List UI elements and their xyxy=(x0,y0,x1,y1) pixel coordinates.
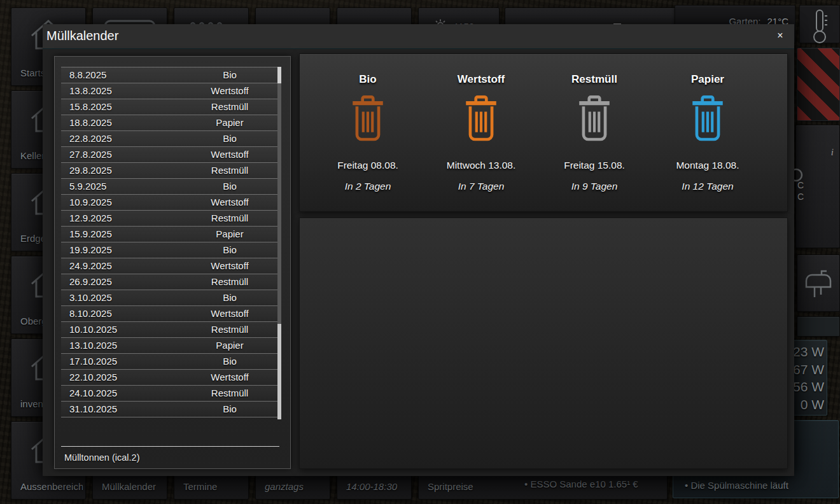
waste-type: Bio xyxy=(188,131,271,146)
modal-title: Müllkalender xyxy=(46,29,118,43)
waste-type: Restmüll xyxy=(188,211,271,226)
waste-schedule-row[interactable]: 12.9.2025 Restmüll xyxy=(61,210,279,226)
waste-schedule-row[interactable]: 31.10.2025 Bio xyxy=(61,401,279,417)
waste-schedule-row[interactable]: 15.9.2025 Papier xyxy=(61,226,279,242)
waste-card-title: Restmüll xyxy=(571,73,617,86)
temp-reading-cut: C xyxy=(797,192,804,202)
waste-type: Papier xyxy=(188,115,271,130)
waste-type: Wertstoff xyxy=(188,147,271,162)
waste-card-title: Wertstoff xyxy=(458,73,505,86)
waste-type: Papier xyxy=(188,227,271,242)
waste-type: Wertstoff xyxy=(188,83,271,99)
status-message: • Die Spülmaschine läuft xyxy=(685,480,836,491)
waste-type: Bio xyxy=(188,242,271,258)
waste-schedule-row[interactable]: 29.8.2025 Restmüll xyxy=(61,162,279,178)
thermometer-icon xyxy=(800,8,839,44)
mailbox-icon xyxy=(797,263,839,305)
scrollbar-thumb[interactable] xyxy=(277,324,281,419)
close-icon[interactable]: × xyxy=(773,28,788,43)
next-pickup-date: Montag 18.08. xyxy=(676,160,739,171)
waste-type: Restmüll xyxy=(188,274,271,290)
list-scrollbar[interactable] xyxy=(277,67,281,419)
waste-schedule-row[interactable]: 5.9.2025 Bio xyxy=(61,178,279,194)
pickup-date: 24.10.2025 xyxy=(69,388,117,398)
pickup-date: 8.10.2025 xyxy=(69,308,112,319)
waste-schedule-row[interactable]: 10.9.2025 Wertstoff xyxy=(61,194,279,210)
next-pickup-date: Freitag 08.08. xyxy=(337,160,398,171)
waste-type: Bio xyxy=(188,290,271,305)
tile-label: Müllkalender xyxy=(102,481,164,492)
waste-type: Restmüll xyxy=(188,99,271,115)
pickup-date: 29.8.2025 xyxy=(69,165,112,176)
waste-schedule-row[interactable]: 19.9.2025 Bio xyxy=(61,242,279,258)
watt-value: 23 W xyxy=(788,343,827,361)
tile-label: ganztags xyxy=(265,481,327,492)
waste-card: Papier Montag 18.08. In 12 Tagen xyxy=(651,73,764,211)
waste-schedule-panel: 8.8.2025 Bio 13.8.2025 Wertstoff 15.8.20… xyxy=(54,56,291,469)
days-remaining: In 9 Tagen xyxy=(571,181,618,192)
next-pickup-date: Mittwoch 13.08. xyxy=(447,160,516,171)
pickup-date: 10.9.2025 xyxy=(69,197,112,207)
pickup-date: 22.10.2025 xyxy=(69,372,117,382)
pickup-date: 24.9.2025 xyxy=(69,260,112,271)
waste-schedule-row[interactable]: 13.10.2025 Papier xyxy=(61,337,279,353)
pickup-date: 3.10.2025 xyxy=(69,292,112,303)
detail-panel-empty xyxy=(299,218,788,469)
waste-schedule-row[interactable]: 24.9.2025 Wertstoff xyxy=(61,258,279,274)
waste-type: Bio xyxy=(188,179,271,194)
trash-can-icon xyxy=(688,94,727,146)
waste-schedule-row[interactable]: 27.8.2025 Wertstoff xyxy=(61,146,279,162)
waste-type: Bio xyxy=(188,354,271,369)
days-remaining: In 12 Tagen xyxy=(682,181,733,192)
pickup-date: 19.9.2025 xyxy=(69,244,112,255)
waste-schedule-row[interactable]: 8.10.2025 Wertstoff xyxy=(61,305,279,321)
waste-schedule-row[interactable]: 13.8.2025 Wertstoff xyxy=(61,83,279,99)
days-remaining: In 7 Tagen xyxy=(458,181,505,192)
waste-schedule-row[interactable]: 10.10.2025 Restmüll xyxy=(61,321,279,337)
pickup-date: 27.8.2025 xyxy=(69,149,112,160)
waste-schedule-row[interactable]: 22.10.2025 Wertstoff xyxy=(61,369,279,385)
hazard-stripes-tile[interactable] xyxy=(797,48,840,121)
waste-type: Wertstoff xyxy=(188,258,271,274)
info-tile[interactable]: i C C xyxy=(795,125,840,248)
watt-value: 67 W xyxy=(788,361,827,379)
tile-label: 14:00-18:30 xyxy=(346,481,409,492)
pickup-date: 22.8.2025 xyxy=(69,133,112,144)
pickup-date: 5.9.2025 xyxy=(69,181,106,192)
waste-card: Wertstoff Mittwoch 13.08. In 7 Tagen xyxy=(424,73,538,211)
room-tile-label: Aussenbereich xyxy=(20,481,83,492)
pickup-date: 8.8.2025 xyxy=(69,69,106,80)
waste-schedule-row[interactable]: 3.10.2025 Bio xyxy=(61,290,279,305)
thermometer-tile[interactable] xyxy=(799,5,840,43)
mailbox-tile[interactable] xyxy=(797,255,840,312)
waste-schedule-row[interactable]: 18.8.2025 Papier xyxy=(61,115,279,130)
pickup-date: 15.8.2025 xyxy=(69,101,112,112)
waste-type: Bio xyxy=(188,402,271,417)
watt-readings: 23 W 67 W 56 W 0 W xyxy=(788,343,827,413)
waste-schedule-row[interactable]: 17.10.2025 Bio xyxy=(61,353,279,369)
calendar-source-label: Mülltonnen (ical.2) xyxy=(64,452,139,463)
pickup-date: 26.9.2025 xyxy=(69,276,112,287)
pickup-date: 10.10.2025 xyxy=(69,324,117,335)
waste-type: Bio xyxy=(188,67,271,83)
waste-schedule-row[interactable]: 15.8.2025 Restmüll xyxy=(61,99,279,115)
waste-type: Wertstoff xyxy=(188,195,271,210)
watt-value: 56 W xyxy=(788,378,827,396)
info-icon: i xyxy=(831,147,834,158)
fuel-price-entry: • ESSO Sande e10 1.65¹ € xyxy=(524,479,638,489)
modal-titlebar: Müllkalender × xyxy=(43,24,794,49)
scrollbar-nub[interactable] xyxy=(277,67,281,83)
muellkalender-modal: Müllkalender × 8.8.2025 Bio 13.8.2025 We… xyxy=(43,24,794,476)
waste-schedule-row[interactable]: 22.8.2025 Bio xyxy=(61,130,279,146)
trash-can-icon xyxy=(575,94,614,146)
waste-schedule-row[interactable]: 24.10.2025 Restmüll xyxy=(61,385,279,401)
waste-type: Papier xyxy=(188,338,271,353)
days-remaining: In 2 Tagen xyxy=(345,181,391,192)
waste-card: Restmüll Freitag 15.08. In 9 Tagen xyxy=(538,73,651,211)
waste-schedule-row[interactable]: 8.8.2025 Bio xyxy=(61,67,279,83)
next-pickup-date: Freitag 15.08. xyxy=(564,160,625,171)
waste-schedule-row[interactable]: 26.9.2025 Restmüll xyxy=(61,274,279,290)
trash-can-icon xyxy=(461,94,501,146)
pickup-date: 13.8.2025 xyxy=(69,85,112,96)
list-divider xyxy=(61,446,279,447)
